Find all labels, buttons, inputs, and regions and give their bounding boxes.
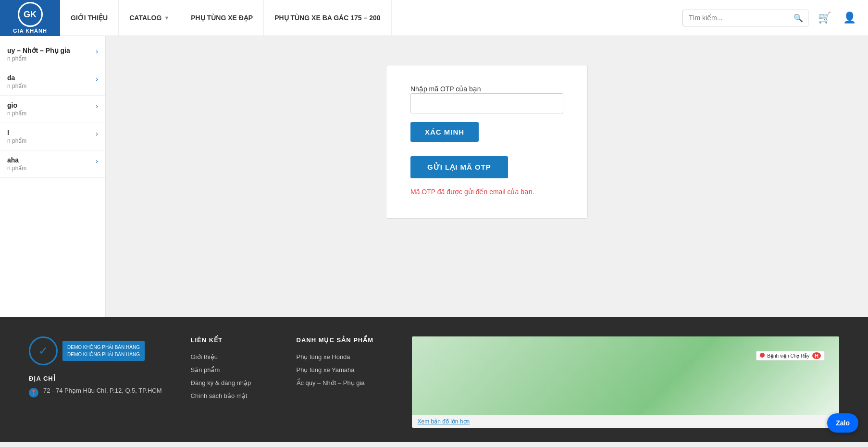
sidebar-item-5[interactable]: aha n phẩm ›	[0, 150, 105, 178]
catalog-dropdown-arrow: ▼	[164, 15, 169, 21]
footer-link-san-pham[interactable]: Sản phẩm	[191, 366, 268, 373]
otp-success-message: Mã OTP đã được gửi đến email của bạn.	[410, 188, 563, 196]
nav-item-phu-tung-xe-ba-gac[interactable]: PHỤ TÙNG XE BA GÁC 175 – 200	[264, 0, 391, 36]
badge-circle-icon: ✓	[29, 336, 58, 365]
otp-label: Nhập mã OTP của bạn	[410, 85, 481, 93]
footer-map: Bệnh viện Chợ Rẫy H Xem bản đồ lớn hơn	[412, 336, 840, 428]
nav-item-catalog[interactable]: CATALOG ▼	[119, 0, 180, 36]
danh-muc-title: DANH MỤC SẢN PHẨM	[297, 336, 383, 344]
otp-card: Nhập mã OTP của bạn XÁC MINH GỬI LẠI MÃ …	[386, 65, 588, 219]
page-body: uy – Nhớt – Phụ gia n phẩm › da n phẩm ›…	[0, 36, 868, 317]
address-text: 72 - 74 Phạm Hữu Chí, P.12, Q.5, TP.HCM	[43, 387, 162, 394]
otp-input[interactable]	[410, 93, 563, 113]
sidebar-item-1[interactable]: uy – Nhớt – Phụ gia n phẩm ›	[0, 41, 105, 68]
sidebar-item-3[interactable]: gio n phẩm ›	[0, 96, 105, 123]
map-red-dot	[760, 353, 765, 358]
footer-link-dang-ky[interactable]: Đăng ký & đăng nhập	[191, 379, 268, 386]
lien-ket-title: LIÊN KẾT	[191, 336, 268, 344]
footer-address-block: ĐỊA CHỈ 📍 72 - 74 Phạm Hữu Chí, P.12, Q.…	[29, 375, 162, 397]
cart-icon[interactable]: 🛒	[816, 9, 833, 26]
user-icon[interactable]: 👤	[841, 9, 858, 26]
nav-item-phu-tung-xe-dap[interactable]: PHỤ TÙNG XE ĐẠP	[180, 0, 264, 36]
footer-danh-muc: DANH MỤC SẢN PHẨM Phụ tùng xe Honda Phụ …	[297, 336, 383, 428]
footer-link-gioi-thieu[interactable]: Giới thiệu	[191, 353, 268, 360]
logo-initials: GK	[24, 10, 37, 20]
search-button[interactable]: 🔍	[789, 10, 808, 26]
header-right: 🔍 🛒 👤	[682, 9, 868, 26]
search-input[interactable]	[683, 11, 789, 25]
logo[interactable]: GK GIA KHÁNH	[0, 0, 60, 36]
map-overlay-link[interactable]: Xem bản đồ lớn hơn	[412, 415, 840, 428]
zalo-button[interactable]: Zalo	[827, 413, 858, 433]
sidebar: uy – Nhớt – Phụ gia n phẩm › da n phẩm ›…	[0, 36, 106, 317]
logo-name: GIA KHÁNH	[13, 28, 47, 34]
location-pin-icon: 📍	[29, 388, 38, 397]
verify-button[interactable]: XÁC MINH	[410, 122, 479, 142]
logo-circle: GK	[18, 2, 43, 27]
resend-otp-button[interactable]: GỬI LẠI MÃ OTP	[410, 156, 508, 178]
footer-link-chinh-sach[interactable]: Chính sách bảo mật	[191, 392, 268, 399]
badge-text: DEMO KHÔNG PHẢI BÁN HÀNG DEMO KHÔNG PHẢI…	[62, 341, 145, 361]
nav-menu: GIỚI THIỆU CATALOG ▼ PHỤ TÙNG XE ĐẠP PHỤ…	[60, 0, 682, 36]
main-content: Nhập mã OTP của bạn XÁC MINH GỬI LẠI MÃ …	[106, 36, 868, 317]
nav-item-gioi-thieu[interactable]: GIỚI THIỆU	[60, 0, 119, 36]
footer: ✓ DEMO KHÔNG PHẢI BÁN HÀNG DEMO KHÔNG PH…	[0, 317, 868, 442]
sidebar-chevron-4: ›	[96, 130, 98, 137]
address-title: ĐỊA CHỈ	[29, 375, 162, 382]
footer-link-honda[interactable]: Phụ tùng xe Honda	[297, 353, 383, 360]
address-row: 📍 72 - 74 Phạm Hữu Chí, P.12, Q.5, TP.HC…	[29, 387, 162, 397]
map-placeholder: Bệnh viện Chợ Rẫy H	[412, 336, 840, 415]
sidebar-item-4[interactable]: l n phẩm ›	[0, 123, 105, 150]
map-hospital-marker: Bệnh viện Chợ Rẫy H	[756, 351, 825, 360]
sidebar-chevron-1: ›	[96, 48, 98, 55]
header: GK GIA KHÁNH GIỚI THIỆU CATALOG ▼ PHỤ TÙ…	[0, 0, 868, 36]
sidebar-chevron-2: ›	[96, 75, 98, 83]
sidebar-item-2[interactable]: da n phẩm ›	[0, 68, 105, 96]
sidebar-chevron-3: ›	[96, 102, 98, 110]
search-box: 🔍	[682, 10, 808, 26]
footer-lien-ket: LIÊN KẾT Giới thiệu Sản phẩm Đăng ký & đ…	[191, 336, 268, 428]
footer-link-ac-quy[interactable]: Ắc quy – Nhớt – Phụ gia	[297, 379, 383, 386]
footer-badge: ✓ DEMO KHÔNG PHẢI BÁN HÀNG DEMO KHÔNG PH…	[29, 336, 145, 365]
sidebar-chevron-5: ›	[96, 157, 98, 165]
footer-link-yamaha[interactable]: Phụ tùng xe Yamaha	[297, 366, 383, 373]
footer-logo-area: ✓ DEMO KHÔNG PHẢI BÁN HÀNG DEMO KHÔNG PH…	[29, 336, 162, 428]
